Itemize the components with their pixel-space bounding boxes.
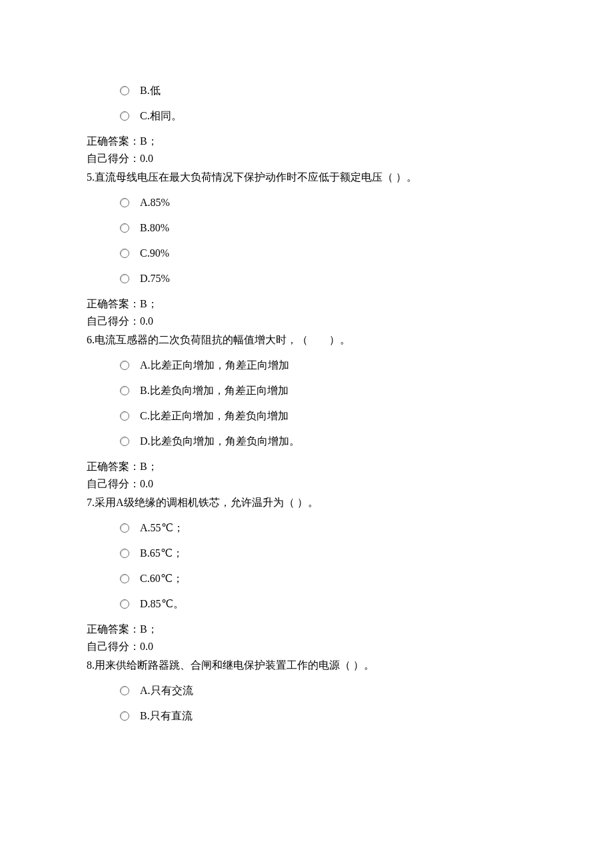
radio-icon[interactable] [120, 111, 129, 121]
option-row: B.只有直流 [120, 708, 526, 724]
score-line: 自己得分：0.0 [87, 313, 526, 329]
answer-line: 正确答案：B； [87, 459, 526, 475]
question-text: 8.用来供给断路器跳、合闸和继电保护装置工作的电源（ ）。 [87, 657, 526, 673]
score-line: 自己得分：0.0 [87, 476, 526, 492]
answer-line: 正确答案：B； [87, 296, 526, 312]
question-text: 5.直流母线电压在最大负荷情况下保护动作时不应低于额定电压（ ）。 [87, 169, 526, 185]
option-row: B.低 [120, 83, 526, 99]
radio-icon[interactable] [120, 223, 129, 233]
radio-icon[interactable] [120, 249, 129, 258]
radio-icon[interactable] [120, 549, 129, 558]
radio-icon[interactable] [120, 361, 129, 370]
option-row: A.比差正向增加，角差正向增加 [120, 357, 526, 373]
question-text: 7.采用A级绝缘的调相机铁芯，允许温升为（ ）。 [87, 495, 526, 511]
radio-icon[interactable] [120, 274, 129, 283]
radio-icon[interactable] [120, 386, 129, 395]
option-label: B.65℃； [140, 545, 183, 561]
option-row: C.比差正向增加，角差负向增加 [120, 408, 526, 424]
option-row: B.比差负向增加，角差正向增加 [120, 383, 526, 399]
option-label: A.55℃； [140, 520, 184, 536]
option-label: D.比差负向增加，角差负向增加。 [140, 433, 300, 449]
radio-icon[interactable] [120, 686, 129, 695]
option-label: D.85℃。 [140, 596, 184, 612]
question-text: 6.电流互感器的二次负荷阻抗的幅值增大时，（ ）。 [87, 332, 526, 348]
answer-line: 正确答案：B； [87, 133, 526, 149]
radio-icon[interactable] [120, 574, 129, 583]
option-label: A.只有交流 [140, 683, 193, 699]
score-line: 自己得分：0.0 [87, 151, 526, 167]
option-label: C.比差正向增加，角差负向增加 [140, 408, 289, 424]
option-label: C.90% [140, 245, 169, 261]
option-label: C.60℃； [140, 571, 183, 587]
option-label: B.低 [140, 83, 161, 99]
radio-icon[interactable] [120, 599, 129, 609]
option-label: B.80% [140, 220, 169, 236]
radio-icon[interactable] [120, 711, 129, 721]
answer-line: 正确答案：B； [87, 621, 526, 637]
option-label: C.相同。 [140, 108, 182, 124]
radio-icon[interactable] [120, 437, 129, 446]
score-line: 自己得分：0.0 [87, 639, 526, 655]
radio-icon[interactable] [120, 411, 129, 421]
option-row: A.只有交流 [120, 683, 526, 699]
option-row: A.85% [120, 195, 526, 211]
option-row: C.相同。 [120, 108, 526, 124]
option-row: C.90% [120, 245, 526, 261]
option-row: D.比差负向增加，角差负向增加。 [120, 433, 526, 449]
option-row: D.75% [120, 271, 526, 287]
option-label: A.85% [140, 195, 170, 211]
option-label: A.比差正向增加，角差正向增加 [140, 357, 289, 373]
option-row: B.80% [120, 220, 526, 236]
radio-icon[interactable] [120, 198, 129, 207]
radio-icon[interactable] [120, 86, 129, 95]
option-row: D.85℃。 [120, 596, 526, 612]
radio-icon[interactable] [120, 523, 129, 533]
option-row: C.60℃； [120, 571, 526, 587]
option-label: B.只有直流 [140, 708, 193, 724]
option-label: B.比差负向增加，角差正向增加 [140, 383, 289, 399]
option-row: B.65℃； [120, 545, 526, 561]
option-row: A.55℃； [120, 520, 526, 536]
option-label: D.75% [140, 271, 170, 287]
